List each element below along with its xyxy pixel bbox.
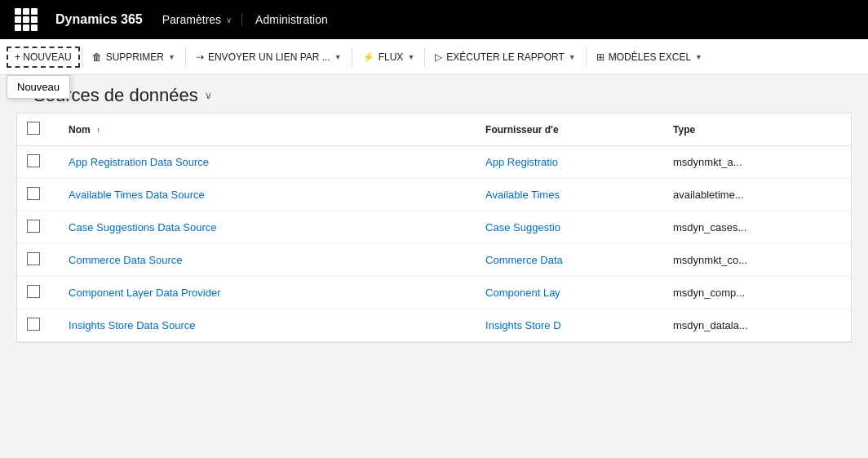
row-name-4: Component Layer Data Provider (59, 277, 476, 309)
row-checkbox-3[interactable] (27, 252, 40, 265)
table-row: Available Times Data Source Available Ti… (17, 179, 851, 211)
link-icon: ⇢ (196, 51, 204, 63)
excel-button[interactable]: ⊞ MODÈLES EXCEL ▼ (588, 47, 711, 68)
toolbar-divider-4 (424, 47, 425, 67)
flux-label: FLUX (379, 51, 404, 63)
toolbar-divider-5 (586, 47, 587, 67)
flow-icon: ⚡ (362, 51, 374, 63)
row-checkbox-4[interactable] (27, 285, 40, 298)
new-label: + NOUVEAU (15, 51, 72, 63)
row-type-4: msdyn_comp... (663, 277, 851, 309)
row-provider-link-3[interactable]: Commerce Data (485, 254, 563, 266)
row-provider-2: Case Suggestio (476, 211, 663, 244)
grid-icon (15, 8, 38, 31)
row-type-3: msdynmkt_co... (663, 244, 851, 277)
excel-label: MODÈLES EXCEL (609, 51, 691, 63)
row-checkbox-5[interactable] (27, 318, 40, 331)
row-provider-0: App Registratio (476, 146, 663, 179)
row-checkbox-1[interactable] (27, 187, 40, 200)
run-report-button[interactable]: ▷ EXÉCUTER LE RAPPORT ▼ (427, 47, 583, 68)
row-check-3 (17, 244, 59, 277)
header-type-label: Type (673, 124, 695, 136)
page-header: ⇥ Sources de données ∨ (0, 75, 868, 113)
row-type-2: msdyn_cases... (663, 211, 851, 244)
row-provider-link-0[interactable]: App Registratio (485, 156, 558, 168)
row-checkbox-0[interactable] (27, 154, 40, 167)
row-checkbox-2[interactable] (27, 220, 40, 233)
main-content: Nom ↑ Fournisseur d'e Type App Registrat… (16, 113, 852, 343)
table-header-row: Nom ↑ Fournisseur d'e Type (17, 113, 851, 146)
row-type-1: availabletime... (663, 179, 851, 211)
row-name-link-4[interactable]: Component Layer Data Provider (69, 287, 220, 299)
page-header-chevron: ∨ (205, 90, 212, 101)
row-name-link-3[interactable]: Commerce Data Source (69, 254, 182, 266)
row-name-1: Available Times Data Source (59, 179, 476, 211)
delete-button[interactable]: 🗑 SUPPRIMER ▼ (84, 47, 184, 68)
delete-chevron: ▼ (168, 53, 175, 61)
run-report-chevron: ▼ (569, 53, 576, 61)
row-name-2: Case Suggestions Data Source (59, 211, 476, 244)
toolbar-divider-2 (185, 47, 186, 67)
send-link-button[interactable]: ⇢ ENVOYER UN LIEN PAR ... ▼ (188, 47, 350, 68)
row-check-2 (17, 211, 59, 244)
row-name-link-1[interactable]: Available Times Data Source (69, 189, 205, 201)
toolbar-divider-1 (82, 47, 82, 67)
sort-arrow-name: ↑ (96, 126, 100, 135)
excel-icon: ⊞ (596, 51, 604, 63)
row-check-4 (17, 277, 59, 309)
delete-label: SUPPRIMER (106, 51, 164, 63)
header-type[interactable]: Type (663, 113, 851, 146)
row-check-5 (17, 309, 59, 342)
row-name-0: App Registration Data Source (59, 146, 476, 179)
table-row: Insights Store Data Source Insights Stor… (17, 309, 851, 342)
excel-chevron: ▼ (695, 53, 702, 61)
header-provider[interactable]: Fournisseur d'e (476, 113, 663, 146)
header-check (17, 113, 59, 146)
data-table: Nom ↑ Fournisseur d'e Type App Registrat… (17, 113, 851, 342)
send-chevron: ▼ (334, 53, 342, 61)
flux-chevron: ▼ (407, 53, 414, 61)
header-provider-label: Fournisseur d'e (485, 124, 559, 136)
row-check-1 (17, 179, 59, 211)
table-row: Component Layer Data Provider Component … (17, 277, 851, 309)
row-provider-4: Component Lay (476, 277, 663, 309)
row-provider-3: Commerce Data (476, 244, 663, 277)
row-name-link-5[interactable]: Insights Store Data Source (69, 319, 195, 331)
trash-icon: 🗑 (92, 51, 102, 63)
new-button[interactable]: + NOUVEAU (7, 47, 80, 68)
nav-parametre[interactable]: Paramètres ∨ (156, 13, 238, 26)
row-name-link-0[interactable]: App Registration Data Source (69, 156, 209, 168)
top-bar: Dynamics 365 Paramètres ∨ Administration (0, 0, 868, 39)
row-name-3: Commerce Data Source (59, 244, 476, 277)
app-grid-button[interactable] (10, 3, 42, 36)
select-all-checkbox[interactable] (27, 122, 40, 135)
flux-button[interactable]: ⚡ FLUX ▼ (354, 47, 423, 68)
row-type-5: msdyn_datala... (663, 309, 851, 342)
toolbar-divider-3 (352, 47, 352, 67)
table-row: App Registration Data Source App Registr… (17, 146, 851, 179)
row-provider-link-5[interactable]: Insights Store D (485, 319, 561, 331)
new-tooltip: Nouveau (7, 75, 70, 99)
table-row: Commerce Data Source Commerce Data msdyn… (17, 244, 851, 277)
section-label: Administration (241, 13, 341, 26)
header-name-label: Nom (69, 124, 91, 136)
row-provider-link-2[interactable]: Case Suggestio (485, 221, 560, 233)
report-icon: ▷ (435, 51, 442, 63)
row-provider-1: Available Times (476, 179, 663, 211)
nav-label: Paramètres (162, 13, 221, 26)
row-type-0: msdynmkt_a... (663, 146, 851, 179)
app-name: Dynamics 365 (42, 12, 156, 27)
row-name-5: Insights Store Data Source (59, 309, 476, 342)
row-provider-5: Insights Store D (476, 309, 663, 342)
row-name-link-2[interactable]: Case Suggestions Data Source (69, 221, 216, 233)
table-row: Case Suggestions Data Source Case Sugges… (17, 211, 851, 244)
row-check-0 (17, 146, 59, 179)
run-report-label: EXÉCUTER LE RAPPORT (446, 51, 564, 63)
row-provider-link-4[interactable]: Component Lay (485, 287, 560, 299)
tooltip-label: Nouveau (17, 81, 60, 93)
toolbar: + NOUVEAU 🗑 SUPPRIMER ▼ ⇢ ENVOYER UN LIE… (0, 39, 868, 75)
nav-chevron: ∨ (226, 16, 232, 24)
row-provider-link-1[interactable]: Available Times (485, 189, 560, 201)
send-link-label: ENVOYER UN LIEN PAR ... (208, 51, 330, 63)
header-name[interactable]: Nom ↑ (59, 113, 476, 146)
